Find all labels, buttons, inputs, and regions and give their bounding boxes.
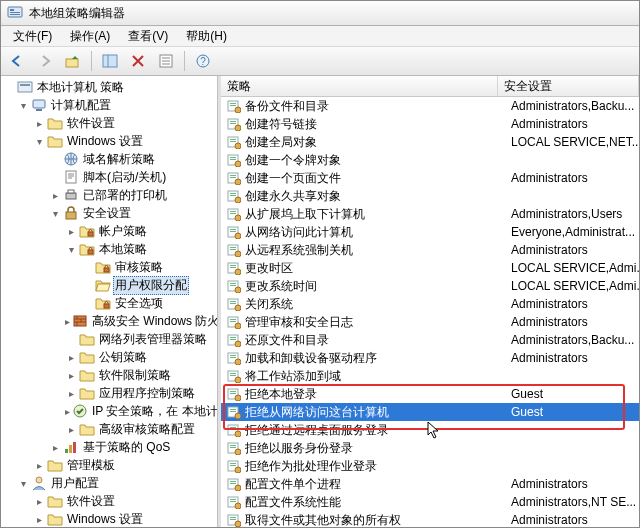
tree-node[interactable]: ▾用户配置 (1, 474, 217, 492)
security-setting: LOCAL SERVICE,NET... (511, 135, 639, 149)
expander-icon[interactable]: ▸ (65, 352, 77, 363)
policy-row[interactable]: 拒绝以服务身份登录 (221, 439, 639, 457)
expander-icon[interactable]: ▸ (65, 388, 77, 399)
expander-icon[interactable]: ▸ (65, 226, 77, 237)
policy-row[interactable]: 创建一个页面文件Administrators (221, 169, 639, 187)
folder-icon (79, 421, 95, 437)
security-setting: Administrators (511, 315, 639, 329)
tree-node[interactable]: ▾安全设置 (1, 204, 217, 222)
policy-row[interactable]: 关闭系统Administrators (221, 295, 639, 313)
policy-row[interactable]: 从远程系统强制关机Administrators (221, 241, 639, 259)
toolbar: ? (1, 46, 639, 76)
policy-name: 配置文件单个进程 (245, 476, 341, 493)
policy-row[interactable]: 配置文件系统性能Administrators,NT SE... (221, 493, 639, 511)
expander-icon[interactable]: ▾ (49, 208, 61, 219)
forward-button[interactable] (33, 49, 57, 73)
expander-icon[interactable]: ▸ (49, 442, 61, 453)
policy-row[interactable]: 加载和卸载设备驱动程序Administrators (221, 349, 639, 367)
policy-item-icon (227, 441, 241, 455)
svg-rect-90 (230, 357, 236, 358)
delete-icon (131, 54, 145, 68)
policy-row[interactable]: 将工作站添加到域 (221, 367, 639, 385)
delete-button[interactable] (126, 49, 150, 73)
expander-icon[interactable]: ▸ (49, 190, 61, 201)
policy-row[interactable]: 备份文件和目录Administrators,Backu... (221, 97, 639, 115)
expander-icon[interactable]: ▾ (17, 478, 29, 489)
tree-node[interactable]: ▸软件设置 (1, 114, 217, 132)
tree-node[interactable]: ▸高级安全 Windows 防火墙 (1, 312, 217, 330)
tree-node[interactable]: 用户权限分配 (1, 276, 217, 294)
menu-file[interactable]: 文件(F) (5, 26, 60, 47)
column-policy[interactable]: 策略 (221, 76, 498, 96)
properties-button[interactable] (154, 49, 178, 73)
policy-row[interactable]: 从扩展坞上取下计算机Administrators,Users (221, 205, 639, 223)
policy-name: 拒绝本地登录 (245, 386, 317, 403)
tree-node[interactable]: ▸管理模板 (1, 456, 217, 474)
policy-row[interactable]: 更改系统时间LOCAL SERVICE,Admi... (221, 277, 639, 295)
tree-node[interactable]: ▾计算机配置 (1, 96, 217, 114)
expander-icon[interactable]: ▾ (17, 100, 29, 111)
expander-icon[interactable]: ▸ (33, 514, 45, 525)
policy-item-icon (227, 117, 241, 131)
expander-icon[interactable]: ▸ (65, 316, 70, 327)
menu-action[interactable]: 操作(A) (62, 26, 118, 47)
tree-node[interactable]: ▸已部署的打印机 (1, 186, 217, 204)
policy-row[interactable]: 创建永久共享对象 (221, 187, 639, 205)
tree-node[interactable]: 脚本(启动/关机) (1, 168, 217, 186)
expander-icon[interactable]: ▸ (65, 424, 77, 435)
svg-rect-105 (230, 427, 236, 428)
policy-row[interactable]: 管理审核和安全日志Administrators (221, 313, 639, 331)
list-body[interactable]: 备份文件和目录Administrators,Backu...创建符号链接Admi… (221, 97, 639, 527)
tree-node[interactable]: 审核策略 (1, 258, 217, 276)
policy-row[interactable]: 创建符号链接Administrators (221, 115, 639, 133)
policy-row[interactable]: 创建一个令牌对象 (221, 151, 639, 169)
policy-row[interactable]: 从网络访问此计算机Everyone,Administrat... (221, 223, 639, 241)
tree-node[interactable]: ▸公钥策略 (1, 348, 217, 366)
tree-node[interactable]: 本地计算机 策略 (1, 78, 217, 96)
policy-row[interactable]: 还原文件和目录Administrators,Backu... (221, 331, 639, 349)
tree-label: 网络列表管理器策略 (97, 331, 209, 348)
tree-node[interactable]: ▾Windows 设置 (1, 132, 217, 150)
show-hide-button[interactable] (98, 49, 122, 73)
expander-icon[interactable]: ▾ (65, 244, 77, 255)
tree-node[interactable]: ▸Windows 设置 (1, 510, 217, 527)
expander-icon[interactable]: ▸ (33, 118, 45, 129)
tree-pane[interactable]: 本地计算机 策略▾计算机配置▸软件设置▾Windows 设置域名解析策略脚本(启… (1, 76, 218, 527)
tree-node[interactable]: ▸应用程序控制策略 (1, 384, 217, 402)
expander-icon[interactable]: ▸ (33, 496, 45, 507)
expander-icon[interactable]: ▸ (65, 406, 70, 417)
tree-node[interactable]: 域名解析策略 (1, 150, 217, 168)
menu-view[interactable]: 查看(V) (120, 26, 176, 47)
policy-row[interactable]: 拒绝从网络访问这台计算机Guest (221, 403, 639, 421)
tree-label: 基于策略的 QoS (81, 439, 172, 456)
back-button[interactable] (5, 49, 29, 73)
help-button[interactable]: ? (191, 49, 215, 73)
policy-row[interactable]: 拒绝本地登录Guest (221, 385, 639, 403)
menu-help[interactable]: 帮助(H) (178, 26, 235, 47)
policy-row[interactable]: 取得文件或其他对象的所有权Administrators (221, 511, 639, 527)
policy-row[interactable]: 拒绝作为批处理作业登录 (221, 457, 639, 475)
tree-node[interactable]: ▸IP 安全策略，在 本地计算机 (1, 402, 217, 420)
policy-row[interactable]: 拒绝通过远程桌面服务登录 (221, 421, 639, 439)
policy-row[interactable]: 创建全局对象LOCAL SERVICE,NET... (221, 133, 639, 151)
expander-icon[interactable]: ▸ (65, 370, 77, 381)
tree-node[interactable]: ▾本地策略 (1, 240, 217, 258)
policy-row[interactable]: 配置文件单个进程Administrators (221, 475, 639, 493)
svg-rect-1 (10, 9, 14, 11)
tree-node[interactable]: ▸软件设置 (1, 492, 217, 510)
tree-node[interactable]: ▸基于策略的 QoS (1, 438, 217, 456)
policy-item-icon (227, 189, 241, 203)
tree-label: IP 安全策略，在 本地计算机 (90, 403, 218, 420)
tree-node[interactable]: ▸帐户策略 (1, 222, 217, 240)
expander-icon[interactable]: ▸ (33, 460, 45, 471)
expander-icon[interactable]: ▾ (33, 136, 45, 147)
toolbar-separator (184, 51, 185, 71)
up-button[interactable] (61, 49, 85, 73)
svg-rect-19 (66, 193, 76, 199)
tree-node[interactable]: 网络列表管理器策略 (1, 330, 217, 348)
column-security[interactable]: 安全设置 (498, 76, 639, 96)
tree-node[interactable]: ▸高级审核策略配置 (1, 420, 217, 438)
tree-node[interactable]: 安全选项 (1, 294, 217, 312)
policy-row[interactable]: 更改时区LOCAL SERVICE,Admi... (221, 259, 639, 277)
tree-node[interactable]: ▸软件限制策略 (1, 366, 217, 384)
